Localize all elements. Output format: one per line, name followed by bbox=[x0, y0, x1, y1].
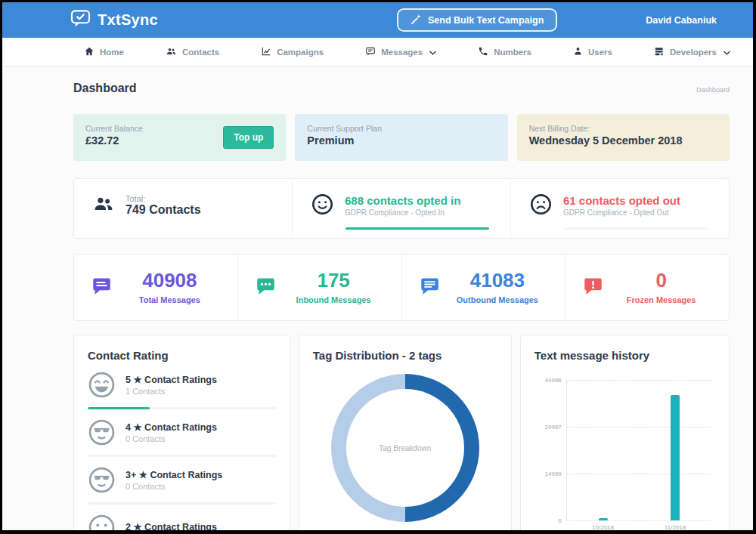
rating-item-4-star: 4 ★ Contact Ratings 0 Contacts bbox=[88, 409, 276, 449]
history-plot: 014999299974499610/201811/2018 bbox=[566, 380, 711, 520]
message-alert-icon bbox=[582, 276, 604, 299]
x-tick-label: 10/2018 bbox=[592, 524, 614, 530]
server-gear-icon bbox=[654, 46, 665, 58]
user-icon bbox=[573, 46, 583, 57]
breadcrumb[interactable]: Dashboard bbox=[696, 86, 730, 94]
stat-value: 0 bbox=[604, 270, 718, 290]
happy-face-icon bbox=[311, 193, 334, 219]
message-lines-icon bbox=[91, 276, 113, 299]
message-stats-row: 40908 Total Messages 175 Inbound Message… bbox=[73, 254, 730, 321]
nav-label: Developers bbox=[670, 48, 717, 57]
cool-face-icon bbox=[88, 418, 116, 446]
total-label: Total: bbox=[125, 194, 201, 203]
rating-item-2-star: 2 ★ Contact Ratings bbox=[88, 505, 276, 530]
chart-line-icon bbox=[261, 46, 271, 58]
contact-rating-panel: Contact Rating 5 ★ Contact Ratings 1 Con… bbox=[73, 335, 290, 530]
y-tick-label: 0 bbox=[558, 517, 561, 524]
stat-label: Frozen Messages bbox=[604, 295, 718, 304]
nav-item-contacts[interactable]: Contacts bbox=[166, 46, 219, 58]
bottom-panels-row: Contact Rating 5 ★ Contact Ratings 1 Con… bbox=[73, 335, 730, 530]
outbound-messages-stat: 41083 Outbound Messages bbox=[401, 255, 565, 320]
smile-face-icon bbox=[88, 514, 116, 530]
history-bar[interactable] bbox=[671, 395, 680, 520]
frozen-messages-stat: 0 Frozen Messages bbox=[565, 255, 729, 320]
people-icon bbox=[166, 46, 177, 58]
nav-item-numbers[interactable]: Numbers bbox=[478, 46, 531, 58]
nav-label: Campaigns bbox=[277, 48, 324, 57]
gridline bbox=[567, 474, 711, 474]
total-value: 749 Contacts bbox=[125, 203, 201, 217]
rating-count: 0 Contacts bbox=[125, 482, 276, 491]
y-tick-label: 14999 bbox=[545, 470, 562, 477]
stat-label: Inbound Messages bbox=[277, 295, 391, 304]
billing-date-card: Next Billing Date: Wednesday 5 December … bbox=[517, 114, 730, 161]
message-icon bbox=[365, 46, 376, 58]
stat-value: 40908 bbox=[113, 270, 227, 290]
rating-label: 4 ★ Contact Ratings bbox=[125, 421, 276, 433]
total-contacts: Total: 749 Contacts bbox=[74, 179, 292, 238]
app-name: TxtSync bbox=[98, 11, 158, 29]
nav-label: Numbers bbox=[494, 48, 531, 57]
opted-in-bar bbox=[345, 227, 489, 230]
user-menu[interactable]: David Cabaniuk bbox=[646, 2, 717, 38]
opted-out-caption: GDPR Compliance - Opted Out bbox=[563, 208, 680, 217]
tag-distribution-title: Tag Distribution - 2 tags bbox=[313, 349, 497, 362]
opted-out-value: 61 contacts opted out bbox=[563, 194, 680, 207]
nav-item-messages[interactable]: Messages bbox=[365, 46, 436, 58]
rating-label: 5 ★ Contact Ratings bbox=[125, 374, 276, 385]
opted-out-stat: 61 contacts opted out GDPR Compliance - … bbox=[510, 179, 729, 238]
nav-label: Contacts bbox=[182, 48, 219, 57]
top-up-button[interactable]: Top up bbox=[223, 126, 274, 149]
main-nav: Home Contacts Campaigns Messages Numbers… bbox=[2, 38, 753, 66]
opted-in-value: 688 contacts opted in bbox=[345, 194, 460, 207]
inbound-messages-stat: 175 Inbound Messages bbox=[237, 255, 401, 320]
stat-value: 175 bbox=[277, 270, 391, 290]
chevron-down-icon bbox=[429, 48, 436, 57]
message-history-title: Text message history bbox=[534, 349, 715, 362]
rating-count: 0 Contacts bbox=[125, 434, 276, 443]
billing-value: Wednesday 5 December 2018 bbox=[529, 134, 717, 147]
gridline bbox=[567, 520, 711, 521]
tag-donut[interactable]: Tag Breakdown bbox=[331, 374, 479, 522]
stat-label: Outbound Messages bbox=[441, 295, 555, 304]
phone-icon bbox=[478, 46, 488, 58]
nav-item-developers[interactable]: Developers bbox=[654, 46, 730, 58]
send-bulk-campaign-button[interactable]: Send Bulk Text Campaign bbox=[397, 8, 557, 32]
x-tick-label: 11/2018 bbox=[665, 524, 686, 530]
app-logo[interactable]: TxtSync bbox=[70, 2, 158, 38]
nav-label: Home bbox=[100, 48, 124, 57]
group-icon bbox=[92, 193, 115, 218]
rating-label: 2 ★ Contact Ratings bbox=[125, 521, 276, 530]
opted-in-stat: 688 contacts opted in GDPR Compliance - … bbox=[292, 179, 510, 238]
message-lines-icon bbox=[419, 276, 441, 299]
opted-out-bar bbox=[564, 227, 708, 230]
opted-in-caption: GDPR Compliance - Opted In bbox=[345, 208, 460, 217]
title-row: Dashboard Dashboard bbox=[73, 82, 730, 95]
nav-item-home[interactable]: Home bbox=[84, 46, 124, 58]
history-bar[interactable] bbox=[599, 518, 608, 520]
nav-item-campaigns[interactable]: Campaigns bbox=[261, 46, 324, 58]
home-icon bbox=[84, 46, 94, 58]
rating-item-3plus-star: 3+ ★ Contact Ratings 0 Contacts bbox=[88, 457, 276, 497]
balance-card: Current Balance £32.72 Top up bbox=[73, 114, 286, 161]
support-plan-card: Current Support Plan Premium bbox=[295, 114, 507, 161]
user-name-label: David Cabaniuk bbox=[646, 15, 717, 26]
app-window: TxtSync Send Bulk Text Campaign David Ca… bbox=[2, 2, 753, 530]
tag-distribution-panel: Tag Distribution - 2 tags Tag Breakdown bbox=[299, 335, 512, 530]
top-header: TxtSync Send Bulk Text Campaign David Ca… bbox=[2, 2, 753, 38]
message-history-panel: Text message history 014999299974499610/… bbox=[520, 335, 730, 530]
tag-donut-center-label: Tag Breakdown bbox=[346, 389, 464, 507]
cool-face-icon bbox=[88, 466, 116, 494]
billing-label: Next Billing Date: bbox=[529, 124, 717, 133]
gridline bbox=[567, 380, 711, 381]
chevron-down-icon bbox=[723, 48, 730, 57]
nav-label: Messages bbox=[381, 48, 423, 57]
rating-item-5-star: 5 ★ Contact Ratings 1 Contacts bbox=[88, 362, 276, 402]
nav-item-users[interactable]: Users bbox=[573, 46, 612, 57]
total-messages-stat: 40908 Total Messages bbox=[74, 255, 237, 320]
send-bulk-campaign-label: Send Bulk Text Campaign bbox=[428, 15, 544, 26]
y-tick-label: 29997 bbox=[545, 424, 562, 431]
stat-value: 41083 bbox=[441, 270, 555, 290]
laughing-face-icon bbox=[88, 371, 116, 399]
plan-label: Current Support Plan bbox=[307, 124, 495, 133]
